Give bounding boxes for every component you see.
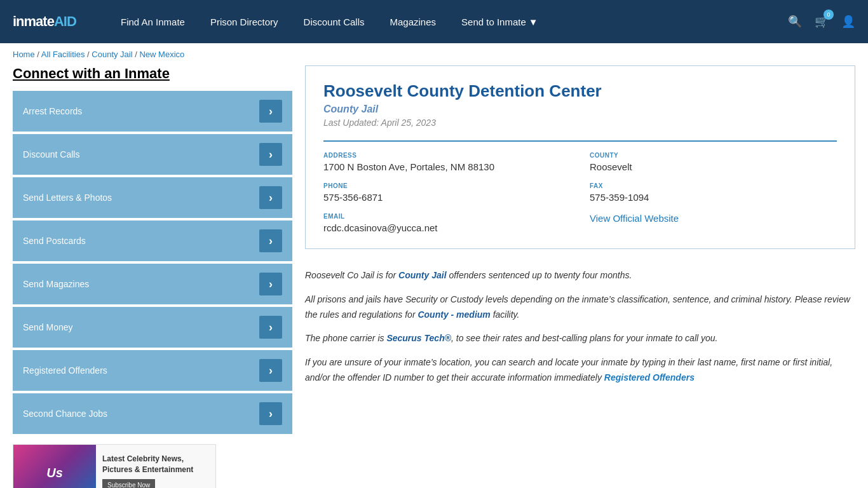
address-label: ADDRESS [323, 152, 571, 159]
ad-text: Latest Celebrity News, Pictures & Entert… [96, 449, 215, 488]
chevron-right-icon: › [259, 316, 282, 339]
email-value: rcdc.dcasinova@yucca.net [323, 222, 571, 233]
view-official-website-link[interactable]: View Official Website [590, 213, 679, 224]
sidebar-second-chance-jobs[interactable]: Second Chance Jobs › [13, 393, 292, 434]
user-icon[interactable]: 👤 [841, 15, 855, 29]
email-label: EMAIL [323, 213, 571, 220]
chevron-right-icon: › [259, 186, 282, 209]
facility-type: County Jail [323, 104, 837, 115]
facility-details: ADDRESS 1700 N Boston Ave, Portales, NM … [323, 140, 837, 233]
sidebar-label-send-magazines: Send Magazines [23, 279, 89, 289]
sidebar-registered-offenders[interactable]: Registered Offenders › [13, 350, 292, 391]
logo-text: inmateAID [13, 13, 76, 30]
breadcrumb-home[interactable]: Home [13, 50, 35, 59]
phone-block: PHONE 575-356-6871 [323, 182, 571, 203]
chevron-right-icon: › [259, 229, 282, 252]
nav-find-inmate[interactable]: Find An Inmate [121, 17, 185, 27]
header-icons: 🔍 🛒 0 👤 [788, 15, 855, 29]
address-block: ADDRESS 1700 N Boston Ave, Portales, NM … [323, 152, 571, 172]
desc-para3: The phone carrier is Securus Tech®, to s… [305, 331, 855, 346]
sidebar-label-discount-calls: Discount Calls [23, 149, 79, 159]
sidebar: Connect with an Inmate Arrest Records › … [13, 65, 292, 488]
phone-label: PHONE [323, 182, 571, 189]
cart-icon[interactable]: 🛒 0 [815, 15, 829, 29]
sidebar-label-second-chance-jobs: Second Chance Jobs [23, 409, 107, 419]
sidebar-send-money[interactable]: Send Money › [13, 307, 292, 348]
facility-last-updated: Last Updated: April 25, 2023 [323, 118, 837, 128]
cart-badge: 0 [824, 10, 834, 20]
desc-para2: All prisons and jails have Security or C… [305, 292, 855, 323]
advertisement[interactable]: Us Latest Celebrity News, Pictures & Ent… [13, 444, 216, 488]
search-icon[interactable]: 🔍 [788, 15, 802, 29]
desc-para4: If you are unsure of your inmate’s locat… [305, 355, 855, 386]
ad-subscribe-button[interactable]: Subscribe Now [102, 479, 155, 488]
breadcrumb-new-mexico[interactable]: New Mexico [139, 50, 184, 59]
sidebar-discount-calls[interactable]: Discount Calls › [13, 134, 292, 175]
registered-offenders-link[interactable]: Registered Offenders [604, 372, 695, 383]
sidebar-arrest-records[interactable]: Arrest Records › [13, 91, 292, 132]
county-value: Roosevelt [590, 161, 837, 172]
breadcrumb-county-jail[interactable]: County Jail [92, 50, 132, 59]
chevron-right-icon: › [259, 273, 282, 295]
facility-name: Roosevelt County Detention Center [323, 81, 837, 101]
county-jail-link[interactable]: County Jail [398, 270, 446, 280]
site-header: inmateAID Find An Inmate Prison Director… [0, 0, 868, 43]
breadcrumb-all-facilities[interactable]: All Facilities [41, 50, 85, 59]
chevron-right-icon: › [259, 359, 282, 382]
address-value: 1700 N Boston Ave, Portales, NM 88130 [323, 161, 571, 172]
logo[interactable]: inmateAID [13, 13, 102, 30]
main-nav: Find An Inmate Prison Directory Discount… [121, 17, 769, 27]
facility-card: Roosevelt County Detention Center County… [305, 65, 855, 249]
desc-para1: Roosevelt Co Jail is for County Jail off… [305, 268, 855, 283]
nav-prison-directory[interactable]: Prison Directory [210, 17, 278, 27]
county-block: COUNTY Roosevelt [590, 152, 837, 172]
chevron-right-icon: › [259, 100, 282, 123]
sidebar-send-magazines[interactable]: Send Magazines › [13, 264, 292, 304]
sidebar-label-send-letters: Send Letters & Photos [23, 193, 112, 203]
facility-description: Roosevelt Co Jail is for County Jail off… [305, 262, 855, 401]
phone-value: 575-356-6871 [323, 192, 571, 203]
breadcrumb: Home / All Facilities / County Jail / Ne… [0, 43, 868, 65]
nav-magazines[interactable]: Magazines [390, 17, 436, 27]
fax-block: FAX 575-359-1094 [590, 182, 837, 203]
website-block: View Official Website [590, 213, 837, 233]
sidebar-label-send-postcards: Send Postcards [23, 236, 86, 246]
email-block: EMAIL rcdc.dcasinova@yucca.net [323, 213, 571, 233]
county-medium-link[interactable]: County - medium [417, 309, 490, 320]
sidebar-send-postcards[interactable]: Send Postcards › [13, 220, 292, 261]
county-label: COUNTY [590, 152, 837, 159]
securus-tech-link[interactable]: Securus Tech® [386, 333, 451, 343]
main-container: Connect with an Inmate Arrest Records › … [0, 65, 868, 488]
main-content: Roosevelt County Detention Center County… [305, 65, 855, 488]
chevron-right-icon: › [259, 143, 282, 166]
sidebar-label-arrest-records: Arrest Records [23, 106, 82, 116]
chevron-right-icon: › [259, 402, 282, 425]
ad-brand-logo: Us [13, 444, 96, 488]
fax-value: 575-359-1094 [590, 192, 837, 203]
nav-send-to-inmate[interactable]: Send to Inmate ▼ [461, 17, 538, 27]
sidebar-label-registered-offenders: Registered Offenders [23, 365, 107, 376]
fax-label: FAX [590, 182, 837, 189]
sidebar-title: Connect with an Inmate [13, 65, 292, 82]
chevron-down-icon: ▼ [529, 17, 538, 27]
nav-discount-calls[interactable]: Discount Calls [304, 17, 365, 27]
sidebar-send-letters[interactable]: Send Letters & Photos › [13, 177, 292, 218]
sidebar-label-send-money: Send Money [23, 322, 73, 332]
